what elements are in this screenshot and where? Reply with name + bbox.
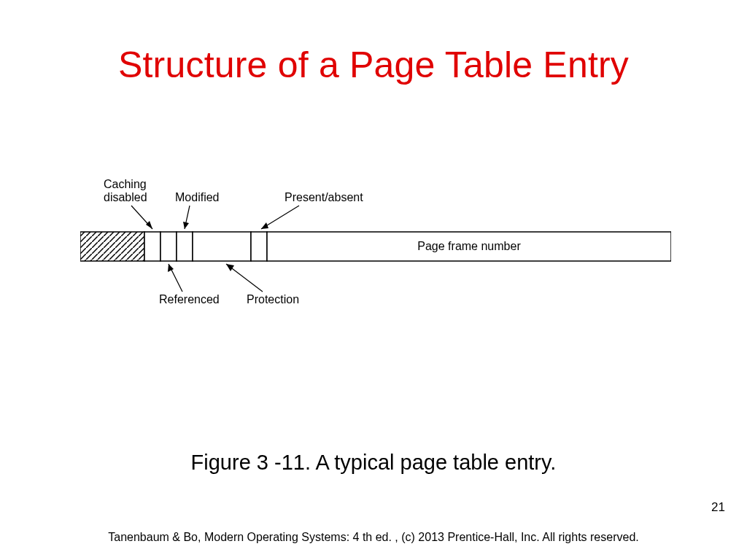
reserved-hatched [80, 232, 144, 261]
footer-citation: Tanenbaum & Bo, Modern Operating Systems… [0, 531, 747, 544]
entry-bar [80, 232, 671, 261]
slide-title: Structure of a Page Table Entry [0, 44, 747, 86]
arrowhead-referenced [168, 264, 174, 272]
label-protection: Protection [247, 293, 299, 306]
label-present-absent: Present/absent [285, 191, 363, 203]
figure-caption: Figure 3 -11. A typical page table entry… [0, 451, 747, 475]
arrowhead-modified [183, 222, 189, 229]
label-caching-line2: disabled [104, 191, 147, 203]
label-caching-line1: Caching [104, 178, 147, 190]
field-referenced [160, 232, 177, 261]
field-protection [193, 232, 251, 261]
field-present-absent [251, 232, 267, 261]
arrowhead-present [261, 222, 268, 229]
label-referenced: Referenced [159, 293, 220, 306]
page-table-entry-diagram: Page frame number Caching disabled Modif… [80, 172, 671, 318]
label-modified: Modified [175, 191, 219, 203]
arrowhead-protection [226, 264, 234, 271]
slide: Structure of a Page Table Entry [0, 0, 747, 560]
field-caching-disabled [144, 232, 160, 261]
field-modified [177, 232, 193, 261]
diagram-svg: Page frame number Caching disabled Modif… [80, 172, 671, 318]
page-number: 21 [711, 500, 725, 515]
label-page-frame-number: Page frame number [417, 240, 521, 252]
arrowhead-caching [146, 221, 152, 229]
